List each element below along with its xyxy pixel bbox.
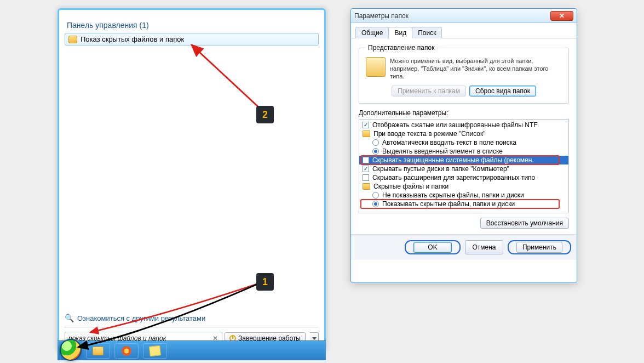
taskbar: [58, 341, 326, 360]
radio-icon[interactable]: [372, 139, 379, 146]
search-icon: 🔍: [65, 314, 74, 322]
folder-icon: [68, 36, 77, 43]
advanced-settings-list[interactable]: Отображать сжатые или зашифрованные файл…: [359, 119, 569, 213]
explorer-icon: [93, 347, 104, 355]
dialog-title: Параметры папок: [354, 12, 550, 20]
search-result-item[interactable]: Показ скрытых файлов и папок: [65, 33, 319, 46]
list-item-label: Не показывать скрытые файлы, папки и дис…: [382, 191, 524, 199]
list-item[interactable]: Не показывать скрытые файлы, папки и дис…: [359, 191, 568, 200]
checkbox-icon[interactable]: [363, 122, 369, 128]
start-button[interactable]: [60, 339, 82, 361]
list-item-label: Выделять введенный элемент в списке: [382, 148, 503, 155]
search-result-label: Показ скрытых файлов и папок: [81, 35, 184, 43]
apply-button-highlight: Применить: [508, 240, 571, 254]
tab-general[interactable]: Общие: [355, 27, 389, 38]
taskbar-explorer[interactable]: [86, 343, 110, 359]
list-item[interactable]: Скрывать расширения для зарегистрированн…: [359, 173, 568, 182]
list-item-show-hidden[interactable]: Показывать скрытые файлы, папки и диски: [359, 200, 568, 208]
radio-icon[interactable]: [372, 192, 379, 198]
notes-icon: [149, 345, 161, 356]
radio-icon[interactable]: [372, 201, 379, 207]
folder-icon: [366, 57, 386, 77]
category-header: Панель управления (1): [67, 21, 319, 30]
taskbar-firefox[interactable]: [114, 343, 139, 359]
list-item[interactable]: Скрывать пустые диски в папке "Компьютер…: [359, 165, 568, 173]
folder-view-group: Представление папок Можно применить вид,…: [359, 44, 569, 104]
list-item-label: Отображать сжатые или зашифрованные файл…: [372, 121, 538, 129]
start-menu-panel: Панель управления (1) Показ скрытых файл…: [58, 8, 326, 352]
list-item-label: Скрытые файлы и папки: [373, 183, 449, 190]
firefox-icon: [122, 346, 131, 356]
tab-view[interactable]: Вид: [388, 27, 412, 38]
cancel-button[interactable]: Отмена: [465, 240, 503, 254]
other-results-label: Ознакомиться с другими результатами: [77, 314, 205, 322]
close-button[interactable]: ✕: [550, 11, 573, 21]
taskbar-sticky-notes[interactable]: [143, 343, 167, 359]
list-item-label: Скрывать пустые диски в папке "Компьютер…: [372, 165, 509, 173]
list-item-label: Автоматически вводить текст в поле поиск…: [382, 139, 516, 146]
checkbox-icon[interactable]: [363, 174, 369, 181]
apply-to-folders-button: Применить к папкам: [392, 86, 466, 97]
list-item[interactable]: Отображать сжатые или зашифрованные файл…: [359, 121, 568, 129]
close-icon: ✕: [559, 12, 565, 20]
list-item[interactable]: Выделять введенный элемент в списке: [359, 147, 568, 156]
apply-button[interactable]: Применить: [516, 242, 562, 253]
checkbox-icon[interactable]: [363, 157, 369, 163]
titlebar: Параметры папок ✕: [351, 9, 577, 23]
radio-icon[interactable]: [372, 148, 379, 155]
list-item[interactable]: Автоматически вводить текст в поле поиск…: [359, 138, 568, 147]
ok-button-highlight: OK: [405, 240, 461, 254]
annotation-2: 2: [256, 106, 274, 123]
list-item-label: Показывать скрытые файлы, папки и диски: [382, 200, 515, 208]
advanced-settings-label: Дополнительные параметры:: [359, 109, 569, 117]
checkbox-icon[interactable]: [363, 166, 369, 172]
list-item-hide-protected[interactable]: Скрывать защищенные системные файлы (рек…: [359, 156, 568, 165]
list-item-label: При вводе текста в режиме "Список": [373, 130, 486, 138]
list-item-label: Скрывать защищенные системные файлы (рек…: [372, 156, 534, 164]
list-item[interactable]: Скрытые файлы и папки: [359, 182, 568, 191]
other-results-link[interactable]: 🔍 Ознакомиться с другими результатами: [65, 314, 319, 322]
folder-icon: [363, 183, 370, 190]
list-item-label: Скрывать расширения для зарегистрированн…: [372, 174, 535, 182]
dialog-footer: OK Отмена Применить: [351, 234, 577, 260]
dialog-body: Представление папок Можно применить вид,…: [351, 38, 577, 234]
tab-search[interactable]: Поиск: [412, 27, 442, 38]
folder-view-legend: Представление папок: [366, 44, 436, 52]
folder-view-text: Можно применить вид, выбранный для этой …: [390, 57, 562, 80]
reset-folder-view-button[interactable]: Сброс вида папок: [469, 86, 536, 97]
folder-options-dialog: Параметры папок ✕ Общие Вид Поиск Предст…: [350, 8, 577, 282]
chevron-right-icon: [312, 337, 317, 340]
ok-button[interactable]: OK: [413, 242, 452, 253]
list-item[interactable]: При вводе текста в режиме "Список": [359, 129, 568, 138]
tab-bar: Общие Вид Поиск: [351, 23, 577, 38]
restore-defaults-button[interactable]: Восстановить умолчания: [480, 218, 569, 229]
annotation-1: 1: [256, 273, 274, 291]
folder-icon: [363, 131, 370, 137]
